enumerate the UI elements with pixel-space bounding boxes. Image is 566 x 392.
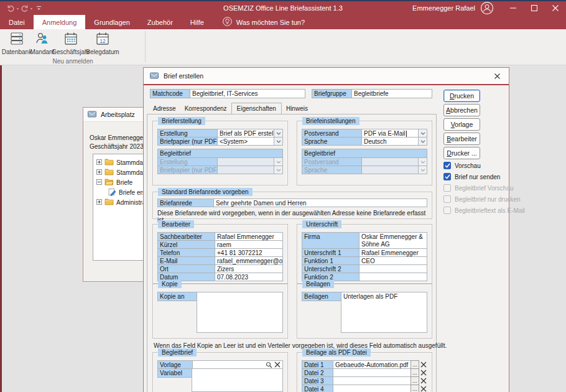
chevron-down-icon[interactable] (274, 137, 283, 146)
expand-plus-icon[interactable] (96, 199, 102, 206)
sachbearbeiter-value[interactable]: Rafael Emmenegger (215, 232, 283, 241)
group-briefanrede: Standard Briefanrede vorgeben Briefanred… (152, 192, 432, 219)
browse-button[interactable]: ... (411, 360, 419, 369)
tab-adresse[interactable]: Adresse (149, 104, 180, 114)
browse-button[interactable]: ... (411, 368, 419, 377)
clear-icon[interactable] (419, 368, 427, 377)
abbrechen-button[interactable]: Abbrechen (443, 104, 480, 116)
group-beilagen: Beilagen Beilagen Unterlagen als PDF (297, 284, 432, 338)
funktion1-value[interactable]: CEO (359, 256, 427, 265)
lookup-icon[interactable] (266, 362, 272, 368)
chevron-down-icon[interactable] (419, 129, 427, 138)
customize-toolbar-icon[interactable] (36, 6, 42, 11)
expand-plus-icon[interactable] (96, 169, 102, 176)
maximize-button[interactable] (524, 1, 545, 15)
bearbeiter-button[interactable]: Bearbeiter (443, 133, 480, 145)
tab-hinweis[interactable]: Hinweis (282, 104, 312, 114)
checkbox-brief-nur-senden[interactable]: Brief nur senden (443, 171, 512, 182)
field-label: Beilagen (302, 292, 341, 301)
clear-icon[interactable] (274, 362, 281, 368)
tab-anmeldung[interactable]: Anmeldung (34, 15, 86, 29)
browse-button[interactable]: ... (411, 376, 419, 385)
dialog-titlebar[interactable]: Brief erstellen (144, 68, 509, 84)
datei3-input[interactable] (333, 376, 411, 385)
redo-icon[interactable] (20, 4, 29, 12)
briefgruppe-input[interactable]: Begleitbriefe (351, 89, 432, 98)
field-label: Erstellung (157, 157, 217, 166)
checked-checkbox-icon[interactable] (443, 162, 451, 169)
redo-dropdown-icon[interactable]: ▾ (30, 6, 32, 11)
chevron-down-icon[interactable] (419, 137, 427, 146)
tell-me-search[interactable]: Was möchten Sie tun? (213, 15, 305, 29)
funktion2-value[interactable] (359, 273, 427, 281)
browse-button[interactable]: ... (411, 385, 419, 392)
calendar-icon (63, 31, 78, 47)
close-window-button[interactable] (545, 1, 566, 15)
sprache-row-disabled: Sprache (302, 166, 427, 174)
expand-plus-icon[interactable] (96, 159, 102, 166)
matchcode-input[interactable]: Begleitbrief, IT-Services (190, 89, 305, 98)
firma-value[interactable]: Oskar Emmenegger & Söhne AG IT - Service… (359, 232, 427, 249)
table-row: Telefon+41 81 3072212 (157, 248, 283, 257)
user-avatar[interactable] (480, 1, 494, 15)
ribbon: Datenbank Mandant Geschäftsjahr 12 Beleg… (0, 29, 566, 65)
belegdatum-button[interactable]: 12 Belegdatum (87, 31, 118, 57)
field-label: Sprache (302, 137, 361, 146)
undo-dropdown-icon[interactable]: ▾ (17, 6, 19, 11)
unterschrift2-value[interactable] (359, 264, 427, 273)
geschaeftsjahr-button[interactable]: Geschäftsjahr (55, 31, 87, 57)
briefanrede-row: Briefanrede Sehr geehrte Damen und Herre… (157, 198, 427, 207)
close-dialog-button[interactable] (493, 72, 501, 80)
beilagen-textarea[interactable]: Unterlagen als PDF (341, 292, 427, 333)
datei4-input[interactable] (333, 385, 411, 392)
datenbank-button[interactable]: Datenbank (4, 31, 30, 57)
datei1-input[interactable]: Gebaeude-Automation.pdf (333, 360, 411, 369)
postversand-select[interactable]: PDF via E-Mail (361, 129, 419, 138)
undo-icon[interactable] (6, 4, 16, 12)
telefon-value[interactable]: +41 81 3072212 (215, 248, 283, 257)
ribbon-button-label: Belegdatum (86, 49, 119, 55)
tab-zubehoer[interactable]: Zubehör (139, 15, 182, 29)
briefanrede-note: Diese Briefanrede wird vorgegeben, wenn … (157, 210, 427, 223)
tab-eigenschaften[interactable]: Eigenschaften (231, 103, 282, 114)
unterschrift1-value[interactable]: Rafael Emmenegger (359, 248, 427, 257)
minimize-button[interactable] (503, 1, 524, 15)
erstellung-select[interactable]: Brief als PDF erstellen (217, 129, 274, 138)
drucken-button[interactable]: Drucken (443, 90, 480, 102)
sprache-select[interactable]: Deutsch (361, 137, 419, 146)
datum-value[interactable]: 07.08.2023 (215, 273, 283, 281)
mandant-button[interactable]: Mandant (30, 31, 55, 57)
ribbon-button-label: Mandant (30, 49, 55, 55)
collapse-minus-icon[interactable] (96, 179, 102, 186)
vorlage-button[interactable]: Vorlage (443, 118, 480, 131)
checked-checkbox-icon[interactable] (443, 173, 451, 180)
clear-icon[interactable] (419, 360, 427, 369)
database-icon (9, 31, 24, 47)
kuerzel-value[interactable]: raem (215, 240, 283, 249)
drucker-button[interactable]: Drucker ... (443, 147, 480, 159)
briefpapier-select[interactable]: <System> (217, 137, 274, 146)
tab-hilfe[interactable]: Hilfe (182, 15, 213, 29)
kopie-an-textarea[interactable] (197, 292, 283, 333)
tab-datei[interactable]: Datei (0, 15, 34, 29)
tab-grundlagen[interactable]: Grundlagen (85, 15, 139, 29)
field-label: Vorlage (157, 360, 192, 369)
ort-value[interactable]: Zizers (215, 264, 283, 273)
text-caret (406, 131, 407, 137)
postversand-select-disabled (361, 157, 419, 166)
briefanrede-input[interactable]: Sehr geehrte Damen und Herren (213, 198, 427, 207)
clear-icon[interactable] (419, 385, 427, 392)
field-label: Erstellung (157, 129, 217, 138)
vorlage-input[interactable] (192, 360, 283, 369)
clear-icon[interactable] (419, 376, 427, 385)
datei2-input[interactable] (333, 368, 411, 377)
chevron-down-icon[interactable] (274, 129, 283, 138)
variabel-textarea[interactable] (192, 368, 283, 392)
tab-korrespondenz[interactable]: Korrespondenz (180, 104, 231, 114)
group-unterschrift: Unterschrift Firma Oskar Emmenegger & Sö… (297, 224, 432, 284)
email-value[interactable]: rafael_emmenegger@osemziz.ch (215, 256, 283, 265)
eigenschaften-tab-panel: Brieferstellung Erstellung Brief als PDF… (147, 114, 437, 392)
group-brieferstellung: Brieferstellung Erstellung Brief als PDF… (152, 121, 288, 185)
checkbox-vorschau[interactable]: Vorschau (443, 160, 512, 171)
quick-access-toolbar: ▾ ▾ (0, 4, 42, 12)
